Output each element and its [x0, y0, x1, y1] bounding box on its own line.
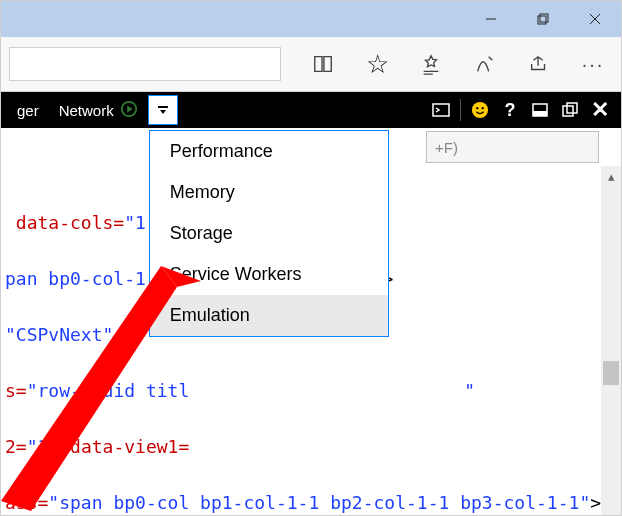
help-icon[interactable]: ?	[495, 95, 525, 125]
svg-rect-16	[567, 103, 577, 113]
svg-rect-2	[540, 14, 548, 22]
svg-rect-14	[533, 111, 547, 116]
favorites-list-icon[interactable]	[411, 44, 451, 84]
svg-point-10	[472, 102, 488, 118]
svg-rect-7	[158, 106, 168, 108]
divider	[460, 99, 461, 121]
share-icon[interactable]	[519, 44, 559, 84]
record-icon	[120, 100, 138, 121]
svg-rect-9	[433, 104, 449, 116]
svg-marker-6	[127, 105, 132, 112]
scroll-up-icon[interactable]: ▴	[601, 166, 621, 186]
svg-point-11	[476, 107, 478, 109]
vertical-scrollbar[interactable]: ▴	[601, 166, 621, 515]
maximize-button[interactable]	[517, 1, 569, 37]
menu-item-performance[interactable]: Performance	[150, 131, 388, 172]
dock-bottom-icon[interactable]	[525, 95, 555, 125]
console-toggle-icon[interactable]	[426, 95, 456, 125]
undock-icon[interactable]	[555, 95, 585, 125]
devtools-tab-strip: ger Network Performance Memory Storage S…	[1, 92, 621, 128]
browser-toolbar: ☆ ···	[1, 37, 621, 92]
svg-marker-8	[160, 110, 166, 114]
devtools-tab-network[interactable]: Network	[49, 92, 148, 128]
svg-rect-1	[538, 16, 546, 24]
reading-view-icon[interactable]	[303, 44, 343, 84]
search-placeholder: +F)	[435, 139, 458, 156]
close-button[interactable]	[569, 1, 621, 37]
menu-item-emulation[interactable]: Emulation	[150, 295, 388, 336]
feedback-icon[interactable]	[465, 95, 495, 125]
minimize-button[interactable]	[465, 1, 517, 37]
address-bar-stub[interactable]	[9, 47, 281, 81]
favorite-icon[interactable]: ☆	[357, 44, 397, 84]
devtools-overflow-menu: Performance Memory Storage Service Worke…	[149, 130, 389, 337]
notes-icon[interactable]	[465, 44, 505, 84]
svg-point-12	[482, 107, 484, 109]
more-icon[interactable]: ···	[573, 44, 613, 84]
scrollbar-thumb[interactable]	[603, 361, 619, 385]
devtools-overflow-button[interactable]: Performance Memory Storage Service Worke…	[148, 95, 178, 125]
devtools-search-box[interactable]: +F)	[426, 131, 599, 163]
window-title-bar	[1, 1, 621, 37]
svg-rect-15	[563, 106, 573, 116]
devtools-close-icon[interactable]: ✕	[585, 95, 615, 125]
menu-item-storage[interactable]: Storage	[150, 213, 388, 254]
menu-item-service-workers[interactable]: Service Workers	[150, 254, 388, 295]
devtools-tab-debugger-partial[interactable]: ger	[7, 92, 49, 128]
menu-item-memory[interactable]: Memory	[150, 172, 388, 213]
